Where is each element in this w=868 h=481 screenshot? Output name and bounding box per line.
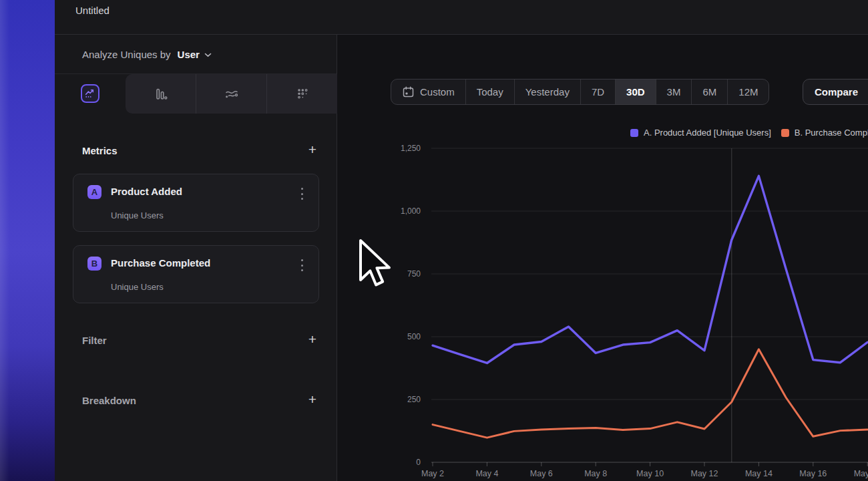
query-sidebar: Analyze Uniques by User <box>55 35 337 481</box>
metric-badge-a: A <box>87 185 101 199</box>
range-today[interactable]: Today <box>465 79 514 104</box>
top-bar: Untitled <box>55 0 868 35</box>
metric-measurement[interactable]: Unique Users <box>111 282 164 292</box>
svg-text:May 6: May 6 <box>530 469 553 478</box>
tab-flows[interactable] <box>196 74 266 114</box>
range-custom[interactable]: Custom <box>391 79 465 104</box>
svg-text:May 16: May 16 <box>799 469 827 478</box>
svg-text:750: 750 <box>407 269 421 279</box>
svg-text:500: 500 <box>407 332 421 341</box>
metric-measurement[interactable]: Unique Users <box>111 210 164 220</box>
metric-badge-b: B <box>87 257 101 271</box>
line-chart-icon <box>84 88 96 100</box>
kebab-menu-icon[interactable] <box>297 188 306 200</box>
add-breakdown-button[interactable]: + <box>305 393 320 408</box>
analyze-entity-dropdown[interactable]: User <box>178 49 200 60</box>
bar-chart-icon <box>154 87 168 102</box>
mouse-cursor <box>357 238 391 295</box>
svg-text:May 18: May 18 <box>854 469 868 478</box>
dot-grid-icon <box>295 87 310 102</box>
range-30d[interactable]: 30D <box>615 79 656 104</box>
metric-title[interactable]: Product Added <box>111 186 182 197</box>
breakdown-section-header: Breakdown + <box>82 393 320 408</box>
svg-text:250: 250 <box>407 395 421 404</box>
calendar-icon <box>402 86 415 98</box>
analyze-row: Analyze Uniques by User <box>55 35 337 74</box>
kebab-menu-icon[interactable] <box>297 259 306 271</box>
tab-retention[interactable] <box>266 74 337 114</box>
svg-text:May 8: May 8 <box>584 469 607 478</box>
metrics-label: Metrics <box>82 145 118 156</box>
filter-label: Filter <box>82 335 107 346</box>
filter-section-header: Filter + <box>82 333 320 347</box>
compare-button[interactable]: Compare <box>803 79 868 105</box>
range-7d[interactable]: 7D <box>580 79 615 104</box>
chart-type-tabs <box>126 74 337 114</box>
svg-text:0: 0 <box>416 458 421 467</box>
svg-text:1,250: 1,250 <box>401 144 421 153</box>
svg-text:May 10: May 10 <box>636 469 664 478</box>
range-12m[interactable]: 12M <box>727 79 769 104</box>
tab-line-chart[interactable] <box>81 84 99 103</box>
add-metric-button[interactable]: + <box>305 143 320 158</box>
metric-card-a[interactable]: A Product Added Unique Users <box>73 174 319 232</box>
flows-icon <box>224 86 239 102</box>
range-3m[interactable]: 3M <box>656 79 692 104</box>
report-title[interactable]: Untitled <box>75 5 110 16</box>
svg-text:1,000: 1,000 <box>401 206 421 216</box>
app-nav-strip <box>0 0 55 481</box>
svg-text:May 2: May 2 <box>421 469 444 478</box>
range-6m[interactable]: 6M <box>691 79 727 104</box>
svg-text:May 4: May 4 <box>475 469 498 478</box>
chevron-down-icon[interactable] <box>204 53 212 57</box>
metric-title[interactable]: Purchase Completed <box>111 257 210 269</box>
tab-bar-chart[interactable] <box>126 74 196 114</box>
date-range-picker: Custom Today Yesterday 7D 30D 3M 6M 12M <box>391 79 769 105</box>
line-chart-plot[interactable]: 02505007501,0001,250May 2May 4May 6May 8… <box>374 120 868 481</box>
add-filter-button[interactable]: + <box>305 333 320 347</box>
analyze-label: Analyze Uniques by <box>82 49 171 60</box>
svg-text:May 12: May 12 <box>691 469 718 478</box>
metric-card-b[interactable]: B Purchase Completed Unique Users <box>73 245 319 303</box>
svg-text:May 14: May 14 <box>745 469 773 478</box>
metrics-section-header: Metrics + <box>82 143 320 158</box>
breakdown-label: Breakdown <box>82 395 136 406</box>
range-yesterday[interactable]: Yesterday <box>514 79 580 104</box>
